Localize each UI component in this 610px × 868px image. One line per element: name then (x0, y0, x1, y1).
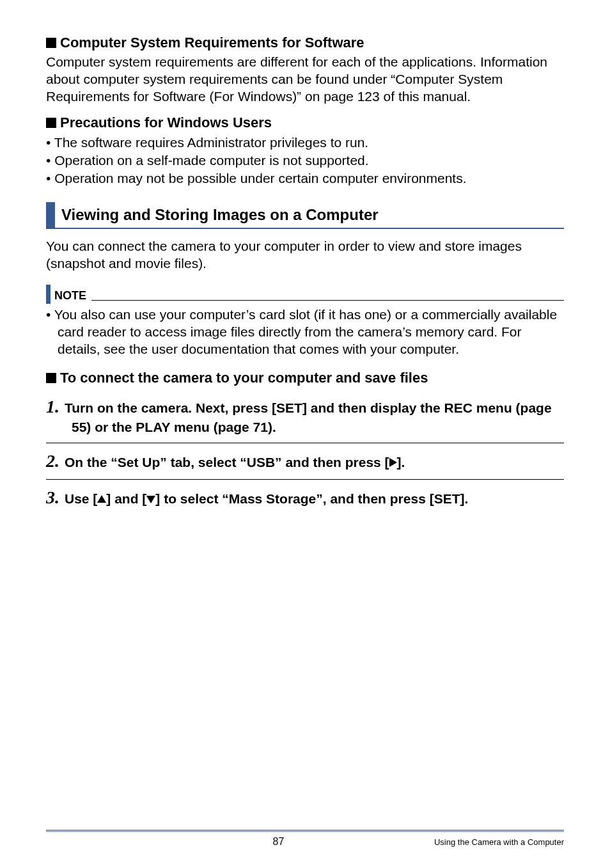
step-text-part: ] and [ (106, 491, 146, 506)
heading-text: Precautions for Windows Users (60, 114, 272, 130)
step-text-part: ] to select “Mass Storage”, and then pre… (155, 491, 468, 506)
step-text-part: ]. (397, 455, 405, 470)
heading-precautions: Precautions for Windows Users (46, 114, 564, 131)
list-item: Operation may not be possible under cert… (46, 170, 564, 187)
section-accent-icon (46, 202, 55, 228)
page-number: 87 (273, 836, 285, 848)
section-heading-bar: Viewing and Storing Images on a Computer (46, 202, 564, 229)
note-accent-icon (46, 285, 51, 304)
heading-computer-requirements: Computer System Requirements for Softwar… (46, 35, 564, 51)
step-number: 2. (46, 451, 59, 471)
footer-section-label: Using the Camera with a Computer (434, 837, 564, 847)
triangle-down-icon (146, 496, 155, 503)
triangle-up-icon (97, 495, 106, 503)
step-text-part: On the “Set Up” tab, select “USB” and th… (65, 455, 389, 470)
note-list: You also can use your computer’s card sl… (46, 306, 564, 358)
heading-text: Computer System Requirements for Softwar… (60, 35, 364, 51)
note-heading: NOTE (46, 285, 564, 304)
precautions-list: The software requires Administrator priv… (46, 134, 564, 188)
section-title: Viewing and Storing Images on a Computer (61, 202, 379, 228)
list-item: Operation on a self-made computer is not… (46, 152, 564, 170)
step-2: 2.On the “Set Up” tab, select “USB” and … (46, 443, 564, 479)
heading-connect-camera: To connect the camera to your computer a… (46, 370, 564, 386)
square-bullet-icon (46, 38, 56, 48)
triangle-right-icon (389, 458, 397, 467)
note-label: NOTE (54, 289, 86, 304)
footer-rule-icon (46, 830, 564, 832)
page-footer: 87 Using the Camera with a Computer (46, 830, 564, 848)
step-1: 1.Turn on the camera. Next, press [SET] … (46, 389, 564, 443)
paragraph-requirements: Computer system requirements are differe… (46, 54, 564, 106)
list-item: The software requires Administrator priv… (46, 134, 564, 152)
step-text: Turn on the camera. Next, press [SET] an… (65, 400, 552, 434)
paragraph-intro: You can connect the camera to your compu… (46, 238, 564, 272)
square-bullet-icon (46, 373, 56, 383)
step-number: 1. (46, 397, 59, 416)
step-text: Use [] and [] to select “Mass Storage”, … (65, 491, 468, 506)
note-rule-icon (91, 300, 564, 301)
step-3: 3.Use [] and [] to select “Mass Storage”… (46, 480, 564, 516)
heading-text: To connect the camera to your computer a… (60, 370, 428, 386)
step-text-part: Use [ (65, 491, 97, 506)
step-text: On the “Set Up” tab, select “USB” and th… (65, 455, 405, 470)
square-bullet-icon (46, 118, 56, 128)
step-number: 3. (46, 487, 59, 507)
list-item: You also can use your computer’s card sl… (46, 306, 564, 358)
